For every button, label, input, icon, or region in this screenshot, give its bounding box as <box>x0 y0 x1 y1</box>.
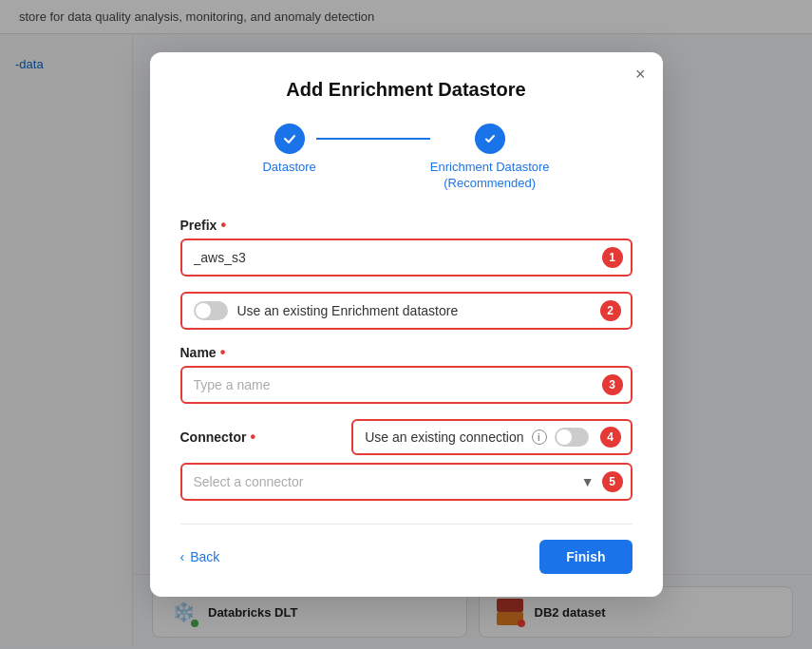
select-connector-wrapper: Select a connector ▼ 5 <box>180 463 633 501</box>
back-label: Back <box>190 549 219 564</box>
info-icon[interactable]: i <box>532 429 547 445</box>
name-input[interactable] <box>180 366 633 404</box>
step-connector <box>316 138 430 140</box>
connector-group: Connector • Use an existing connection i… <box>180 419 633 501</box>
connector-required: • <box>251 429 256 445</box>
connector-label: Connector • <box>180 429 256 445</box>
step-2: Enrichment Datastore (Recommended) <box>430 124 550 192</box>
name-label: Name • <box>180 345 633 360</box>
badge-4: 4 <box>600 427 621 448</box>
prefix-input[interactable] <box>180 239 633 277</box>
modal-overlay: × Add Enrichment Datastore Datastore <box>0 0 812 649</box>
prefix-label: Prefix • <box>180 218 633 233</box>
modal-footer: ‹ Back Finish <box>180 524 633 574</box>
connector-select[interactable]: Select a connector <box>180 463 633 501</box>
finish-button[interactable]: Finish <box>539 540 632 574</box>
close-button[interactable]: × <box>635 66 646 83</box>
step-1-circle <box>274 124 305 154</box>
prefix-required: • <box>220 218 226 233</box>
badge-5: 5 <box>602 471 623 492</box>
name-input-wrapper: 3 <box>180 366 633 404</box>
use-existing-label: Use an existing connection <box>365 429 523 445</box>
step-1-label: Datastore <box>262 160 315 176</box>
back-button[interactable]: ‹ Back <box>180 549 220 564</box>
name-required: • <box>220 345 226 360</box>
badge-2: 2 <box>600 300 621 321</box>
back-arrow-icon: ‹ <box>180 549 185 564</box>
toggle-row: Use an existing Enrichment datastore 2 <box>180 292 633 330</box>
toggle-group: Use an existing Enrichment datastore 2 <box>180 292 633 330</box>
stepper: Datastore Enrichment Datastore (Recommen… <box>180 124 633 192</box>
toggle-label: Use an existing Enrichment datastore <box>237 303 459 318</box>
add-enrichment-modal: × Add Enrichment Datastore Datastore <box>150 52 663 598</box>
name-group: Name • 3 <box>180 345 633 404</box>
badge-3: 3 <box>602 374 623 395</box>
modal-title: Add Enrichment Datastore <box>180 79 633 101</box>
prefix-input-wrapper: 1 <box>180 239 633 277</box>
step-2-circle <box>475 124 505 154</box>
badge-1: 1 <box>602 247 623 268</box>
step-1: Datastore <box>262 124 315 176</box>
prefix-group: Prefix • 1 <box>180 218 633 277</box>
connector-label-row: Connector • Use an existing connection i… <box>180 419 633 455</box>
step-2-label: Enrichment Datastore (Recommended) <box>430 160 550 192</box>
existing-connection-toggle[interactable] <box>555 428 589 447</box>
enrichment-toggle[interactable] <box>194 301 228 320</box>
